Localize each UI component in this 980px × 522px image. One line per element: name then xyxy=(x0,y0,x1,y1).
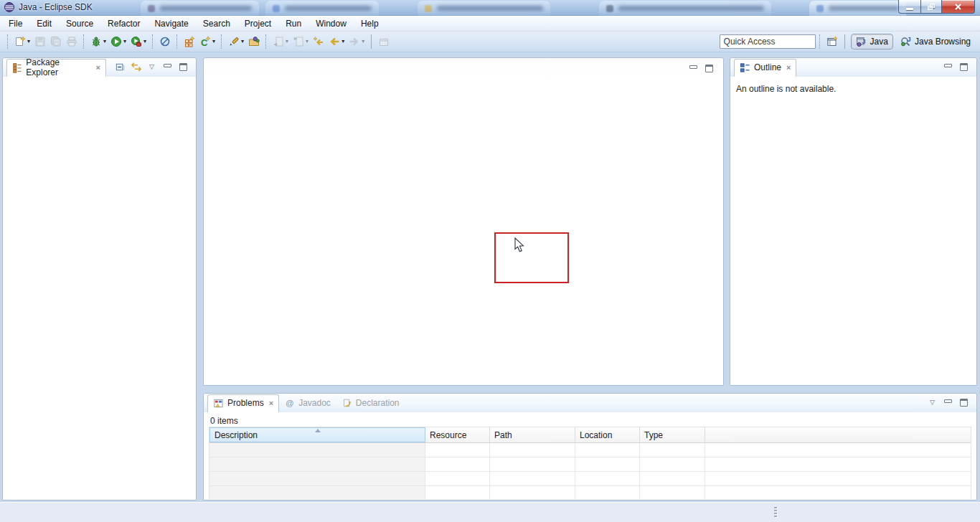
new-wizard-button[interactable]: ▾ xyxy=(13,34,32,49)
toolbar-grip[interactable] xyxy=(83,34,85,49)
column-header-location[interactable]: Location xyxy=(575,427,640,442)
java-perspective-button[interactable]: J Java xyxy=(851,34,893,49)
menu-project[interactable]: Project xyxy=(237,16,278,31)
maximize-view-button[interactable] xyxy=(957,396,971,409)
minimize-view-button[interactable] xyxy=(161,60,174,74)
pin-editor-icon xyxy=(378,36,390,47)
java-perspective-label: Java xyxy=(870,37,888,47)
package-explorer-body[interactable] xyxy=(3,77,196,500)
package-explorer-tab-label: Package Explorer xyxy=(26,57,90,77)
restore-button[interactable] xyxy=(920,0,942,14)
maximize-icon xyxy=(960,63,968,71)
open-type-button[interactable] xyxy=(247,34,261,49)
menu-navigate[interactable]: Navigate xyxy=(147,16,195,31)
toolbar-grip[interactable] xyxy=(176,34,178,49)
collapse-all-icon xyxy=(115,62,126,72)
collapse-all-button[interactable] xyxy=(113,60,127,74)
save-all-icon xyxy=(50,36,62,47)
table-row[interactable] xyxy=(209,472,971,486)
package-explorer-header: Package Explorer × ▽ xyxy=(3,58,196,77)
skip-breakpoints-icon xyxy=(159,36,171,47)
close-icon[interactable]: × xyxy=(786,64,791,72)
minimize-view-button[interactable] xyxy=(941,60,955,74)
menu-search[interactable]: Search xyxy=(196,16,237,31)
menu-edit[interactable]: Edit xyxy=(29,16,59,31)
maximize-view-button[interactable] xyxy=(957,60,971,74)
ghost-tab-favicon-icon xyxy=(273,5,280,12)
ghost-browser-tab xyxy=(809,1,906,16)
toolbar-grip[interactable] xyxy=(819,34,821,49)
column-header-path[interactable]: Path xyxy=(490,427,575,442)
quick-access-input[interactable] xyxy=(720,34,816,49)
last-edit-location-button[interactable] xyxy=(311,34,326,49)
minimize-icon xyxy=(944,64,952,67)
ghost-tab-favicon-icon xyxy=(425,5,432,12)
tab-outline[interactable]: Outline × xyxy=(734,59,796,77)
minimize-view-button[interactable] xyxy=(687,62,700,75)
mouse-cursor-icon xyxy=(514,237,524,253)
maximize-view-button[interactable] xyxy=(176,60,190,74)
minimize-button[interactable] xyxy=(898,0,920,14)
debug-button[interactable]: ▾ xyxy=(89,34,108,49)
new-java-class-button[interactable]: C ▾ xyxy=(198,34,217,49)
back-button[interactable]: ▾ xyxy=(327,34,346,49)
tab-javadoc[interactable]: @ Javadoc xyxy=(279,394,336,412)
column-header-description[interactable]: Description xyxy=(209,427,425,442)
view-menu-button[interactable]: ▽ xyxy=(145,60,159,74)
link-with-editor-button[interactable] xyxy=(129,60,143,74)
column-header-resource[interactable]: Resource xyxy=(425,427,490,442)
close-icon[interactable]: × xyxy=(269,399,273,407)
column-header-type[interactable]: Type xyxy=(640,427,705,442)
menu-run[interactable]: Run xyxy=(278,16,308,31)
view-menu-icon: ▽ xyxy=(930,399,935,406)
tab-package-explorer[interactable]: Package Explorer × xyxy=(6,59,106,77)
minimize-view-button[interactable] xyxy=(941,396,955,409)
view-menu-button[interactable]: ▽ xyxy=(925,396,939,409)
maximize-icon xyxy=(179,63,187,71)
back-icon xyxy=(329,36,340,47)
toolbar-separator xyxy=(844,34,845,49)
java-browsing-perspective-button[interactable]: J Java Browsing xyxy=(896,34,975,49)
maximize-icon xyxy=(960,399,968,407)
svg-text:@: @ xyxy=(286,399,294,407)
toolbar-grip[interactable] xyxy=(265,34,267,49)
menu-source[interactable]: Source xyxy=(59,16,100,31)
maximize-view-button[interactable] xyxy=(702,62,716,75)
chevron-down-icon: ▾ xyxy=(123,39,126,44)
problems-items-count: 0 items xyxy=(204,412,976,428)
open-perspective-button[interactable] xyxy=(825,34,839,49)
table-row[interactable] xyxy=(209,443,971,457)
toolbar-grip[interactable] xyxy=(7,34,9,49)
new-java-project-button[interactable] xyxy=(182,34,197,49)
skip-all-breakpoints-button[interactable] xyxy=(158,34,172,49)
java-browsing-icon: J xyxy=(900,36,912,47)
ghost-browser-tab xyxy=(599,1,771,16)
table-row[interactable] xyxy=(209,486,971,499)
close-icon[interactable]: × xyxy=(96,64,100,72)
menu-refactor[interactable]: Refactor xyxy=(100,16,147,31)
close-button[interactable] xyxy=(942,0,975,14)
problems-header: Problems × @ Javadoc Declaration ▽ xyxy=(204,394,976,412)
ghost-tab-favicon-icon xyxy=(148,5,155,12)
toolbar-grip[interactable] xyxy=(221,34,222,49)
forward-button: ▾ xyxy=(347,34,366,49)
ghost-browser-tab xyxy=(265,1,379,16)
table-row[interactable] xyxy=(209,457,971,472)
java-search-button[interactable]: ▾ xyxy=(227,34,245,49)
run-external-tools-button[interactable]: ▾ xyxy=(129,34,148,49)
trim-drag-handle[interactable] xyxy=(774,507,777,517)
ghost-browser-tab xyxy=(418,1,550,16)
toolbar-grip[interactable] xyxy=(152,34,154,49)
ghost-tab-favicon-icon xyxy=(606,5,613,12)
editor-area[interactable] xyxy=(203,57,724,386)
tab-problems[interactable]: Problems × xyxy=(207,394,279,412)
tab-declaration[interactable]: Declaration xyxy=(336,394,405,412)
titlebar[interactable]: Java - Eclipse SDK xyxy=(0,0,980,16)
run-button[interactable]: ▾ xyxy=(109,34,128,49)
run-icon xyxy=(110,36,122,47)
menu-help[interactable]: Help xyxy=(354,16,386,31)
menu-file[interactable]: File xyxy=(1,16,29,31)
next-annotation-button: ▾ xyxy=(271,34,290,49)
menu-window[interactable]: Window xyxy=(308,16,354,31)
status-bar xyxy=(0,502,980,522)
